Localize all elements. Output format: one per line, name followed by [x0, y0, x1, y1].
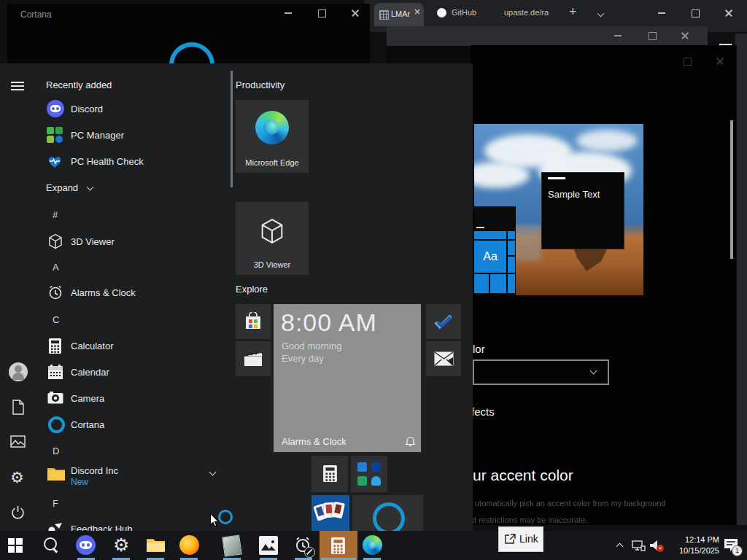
taskbar-edge-icon[interactable]	[363, 535, 382, 555]
app-row-camera[interactable]: Camera	[44, 389, 226, 410]
settings-scrollbar[interactable]	[730, 120, 733, 259]
accent-heading: ur accent color	[473, 467, 573, 484]
running-indicator	[321, 558, 356, 560]
letter-header[interactable]: #	[53, 209, 58, 220]
tile-calculator[interactable]	[311, 456, 348, 492]
taskbar-alarms-icon[interactable]	[293, 535, 315, 557]
cube-icon	[47, 233, 64, 250]
taskbar-firefox-icon[interactable]	[179, 535, 199, 555]
store-icon	[244, 312, 262, 330]
new-badge: New	[71, 477, 88, 487]
mouse-cursor	[209, 513, 220, 528]
app-row-calendar[interactable]: Calendar	[44, 363, 226, 384]
running-indicator	[77, 558, 95, 560]
recent-item-pc-manager[interactable]: PC Manager	[44, 125, 226, 147]
taskbar-photos-icon[interactable]	[259, 536, 278, 555]
running-indicator	[295, 558, 312, 560]
tile-3d-viewer[interactable]: 3D Viewer	[236, 202, 309, 275]
start-hamburger-icon[interactable]	[11, 79, 24, 93]
browser-tab-active[interactable]: LMAr	[374, 3, 424, 26]
documents-icon[interactable]	[12, 400, 25, 415]
window-minimize-button[interactable]	[611, 30, 624, 42]
clapperboard-icon	[244, 351, 263, 367]
settings-window: Sample Text Aa lor fects ur accent color…	[471, 45, 737, 525]
new-tab-button[interactable]: +	[569, 4, 577, 20]
tab-close-icon[interactable]	[413, 7, 422, 15]
letter-header[interactable]: D	[53, 446, 59, 456]
calculator-icon	[322, 464, 338, 483]
bell-icon	[406, 435, 415, 446]
sample-window-titlebar-line	[548, 177, 565, 179]
tab-search-chevron-icon[interactable]	[597, 10, 605, 18]
settings-gear-icon[interactable]	[10, 469, 24, 486]
tray-time: 12:14 PM	[668, 534, 719, 545]
folder-chevron-icon[interactable]	[209, 469, 217, 476]
settings-footnote: d restrictions may be inaccurate.	[472, 516, 587, 524]
taskbar-calculator-active[interactable]	[320, 531, 357, 560]
app-list-scrollbar[interactable]	[231, 71, 233, 187]
tile-store[interactable]	[236, 304, 271, 339]
tile-mail[interactable]	[426, 341, 461, 376]
preview-mini-start: Aa	[474, 206, 516, 295]
power-icon[interactable]	[11, 505, 25, 520]
tile-office[interactable]	[351, 456, 387, 492]
app-row-cortana[interactable]: Cortana	[44, 416, 226, 436]
browser-minimize-button[interactable]	[655, 7, 668, 19]
tile-todo[interactable]	[426, 304, 461, 339]
taskbar-search-icon[interactable]	[44, 537, 60, 553]
preview-sample-window: Sample Text	[541, 172, 624, 249]
browser-tab-upaste[interactable]: upaste.de/ra	[500, 6, 565, 25]
app-row-3d-viewer[interactable]: 3D Viewer	[44, 233, 226, 253]
letter-header[interactable]: F	[53, 498, 58, 509]
letter-header[interactable]: C	[53, 314, 59, 325]
auto-accent-checkbox-label[interactable]: utomatically pick an accent color from m…	[475, 499, 666, 508]
cortana-minimize-button[interactable]	[282, 7, 295, 19]
group-header-productivity: Productivity	[236, 79, 285, 90]
app-row-calculator[interactable]: Calculator	[44, 337, 226, 357]
link-button[interactable]: Link	[498, 526, 543, 552]
user-avatar[interactable]	[9, 362, 28, 381]
edge-logo-icon	[255, 111, 289, 144]
taskbar-explorer-icon[interactable]	[146, 537, 166, 553]
cortana-maximize-button[interactable]	[315, 7, 328, 19]
browser-close-button[interactable]	[722, 7, 735, 19]
app-row-discord-inc[interactable]: Discord Inc New	[44, 465, 226, 490]
window-close-button[interactable]	[678, 30, 692, 42]
taskbar-discord-icon[interactable]	[76, 535, 96, 555]
app-row-feedback-hub[interactable]: Feedback Hub	[44, 520, 226, 531]
tile-alarms-clock-live[interactable]: 8:00 AM Good morning Every day Alarms & …	[274, 304, 421, 452]
settings-restore-button[interactable]	[681, 55, 694, 67]
browser-restore-button[interactable]	[689, 7, 702, 19]
alarm-clock-icon	[47, 284, 64, 301]
app-row-alarms[interactable]: Alarms & Clock	[44, 284, 226, 304]
cortana-close-button[interactable]	[349, 7, 362, 19]
taskbar-notepad-glass-icon[interactable]	[222, 534, 242, 556]
cortana-ring-icon	[48, 416, 65, 433]
tray-clock[interactable]: 12:14 PM 10/15/2025	[668, 534, 719, 557]
expand-button[interactable]: Expand	[46, 181, 87, 194]
taskbar-settings-icon[interactable]	[113, 534, 129, 556]
window-maximize-button[interactable]	[646, 30, 659, 42]
tray-chevron-up-icon[interactable]	[616, 543, 624, 551]
browser-tab-github[interactable]: GitHub	[434, 6, 497, 25]
tile-movies-tv[interactable]	[236, 341, 271, 376]
recent-item-discord[interactable]: Discord	[44, 99, 226, 121]
notification-badge: 1	[732, 545, 743, 556]
tile-solitaire[interactable]	[311, 495, 349, 531]
start-button[interactable]	[8, 538, 23, 553]
letter-header[interactable]: A	[53, 262, 59, 273]
badge-count: 1	[735, 547, 739, 554]
recent-item-pc-health-check[interactable]: PC Health Check	[44, 152, 226, 174]
desktop: LMAr GitHub upaste.de/ra +	[0, 0, 747, 560]
tab-title: upaste.de/ra	[504, 8, 549, 17]
volume-muted-icon[interactable]: ×	[650, 540, 665, 552]
office-app-icon	[371, 462, 381, 472]
color-dropdown[interactable]	[473, 359, 609, 385]
action-center-icon[interactable]: 1	[724, 538, 740, 554]
network-icon[interactable]	[632, 540, 646, 551]
tile-cortana[interactable]	[352, 495, 423, 531]
cortana-ring-icon	[373, 502, 405, 531]
settings-close-button[interactable]	[713, 55, 727, 67]
tile-microsoft-edge[interactable]: Microsoft Edge	[236, 100, 309, 173]
pictures-icon[interactable]	[10, 435, 26, 448]
